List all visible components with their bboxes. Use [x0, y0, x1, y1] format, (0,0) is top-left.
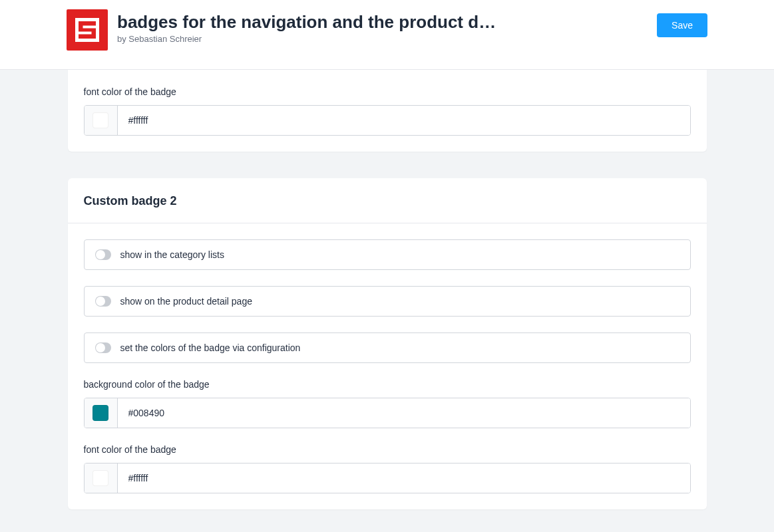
plugin-logo: [67, 9, 108, 51]
toggle-row-config[interactable]: set the colors of the badge via configur…: [84, 332, 691, 363]
toggle-label-config: set the colors of the badge via configur…: [120, 342, 301, 353]
header: badges for the navigation and the produc…: [0, 0, 774, 70]
swatch-bg-color-2[interactable]: [85, 398, 118, 428]
swatch-font-color-1[interactable]: [85, 106, 118, 135]
save-button[interactable]: Save: [657, 13, 707, 37]
input-font-color-1[interactable]: [118, 106, 690, 135]
toggle-label-category: show in the category lists: [120, 249, 224, 260]
label-bg-color-2: background color of the badge: [84, 379, 691, 390]
page-subtitle: by Sebastian Schreier: [117, 34, 503, 44]
toggle-product[interactable]: [95, 296, 111, 307]
input-bg-color-2[interactable]: [118, 398, 690, 428]
input-font-color-2[interactable]: [118, 464, 690, 493]
toggle-category[interactable]: [95, 249, 111, 260]
toggle-config[interactable]: [95, 342, 111, 353]
label-font-color-1: font color of the badge: [84, 86, 691, 97]
toggle-label-product: show on the product detail page: [120, 296, 252, 307]
toggle-row-product[interactable]: show on the product detail page: [84, 286, 691, 317]
swatch-font-color-2[interactable]: [85, 464, 118, 493]
card-title-badge2: Custom badge 2: [84, 194, 691, 208]
toggle-row-category[interactable]: show in the category lists: [84, 239, 691, 270]
field-font-color-2: font color of the badge: [84, 444, 691, 493]
label-font-color-2: font color of the badge: [84, 444, 691, 455]
page-title: badges for the navigation and the produc…: [117, 12, 503, 33]
card-badge2: Custom badge 2 show in the category list…: [68, 178, 707, 509]
field-bg-color-2: background color of the badge: [84, 379, 691, 428]
field-font-color-1: font color of the badge: [84, 86, 691, 136]
